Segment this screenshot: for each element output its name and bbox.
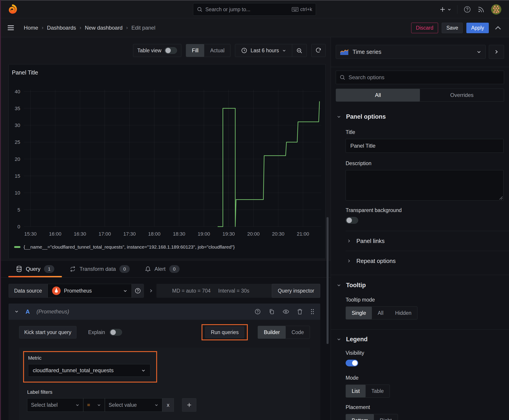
- vertical-scrollbar-thumb[interactable]: [327, 217, 328, 344]
- transform-icon: [69, 266, 76, 272]
- chevron-up-icon[interactable]: [495, 25, 501, 30]
- time-range-picker[interactable]: Last 6 hours: [235, 44, 292, 57]
- section-legend[interactable]: Legend: [331, 336, 509, 343]
- zoom-out-button[interactable]: [292, 44, 307, 57]
- collapse-options-button[interactable]: [489, 45, 504, 59]
- section-panel-links[interactable]: Panel links: [331, 231, 509, 251]
- chevron-down-icon[interactable]: [14, 309, 19, 314]
- svg-text:15:30: 15:30: [24, 231, 37, 237]
- datasource-help-button[interactable]: [132, 284, 144, 298]
- builder-option[interactable]: Builder: [258, 326, 286, 338]
- placement-right-option[interactable]: Right: [374, 414, 398, 420]
- legend-visibility-toggle[interactable]: [346, 360, 358, 366]
- database-icon: [16, 266, 22, 272]
- kick-start-button[interactable]: Kick start your query: [19, 326, 76, 338]
- breadcrumb-new-dashboard[interactable]: New dashboard: [85, 25, 122, 31]
- tooltip-hidden-option[interactable]: Hidden: [389, 307, 418, 319]
- chart-svg[interactable]: 051015202530354015:3016:0016:3017:0017:3…: [9, 84, 326, 241]
- select-value-dropdown[interactable]: Select value: [105, 398, 162, 412]
- news-rss-icon[interactable]: [477, 5, 485, 14]
- chevron-down-icon: [141, 368, 146, 373]
- mode-table-option[interactable]: Table: [365, 385, 390, 397]
- svg-text:15: 15: [15, 173, 20, 179]
- transparent-background-toggle[interactable]: [346, 217, 358, 224]
- tab-all[interactable]: All: [336, 89, 420, 101]
- global-search[interactable]: ctrl+k: [193, 3, 316, 16]
- visualization-picker[interactable]: Time series: [336, 45, 486, 59]
- query-inspector-button[interactable]: Query inspector: [272, 284, 320, 298]
- chevron-down-icon: [477, 49, 481, 54]
- divider: [457, 5, 457, 14]
- fill-option[interactable]: Fill: [186, 44, 204, 57]
- svg-text:35: 35: [15, 106, 20, 111]
- chart-legend[interactable]: {__name__="cloudflared_tunnel_total_requ…: [14, 244, 235, 250]
- fill-actual-switch: Fill Actual: [186, 44, 230, 57]
- section-panel-options[interactable]: Panel options: [331, 113, 509, 120]
- menu-toggle-icon[interactable]: [8, 25, 14, 30]
- panel-title-input[interactable]: [346, 139, 504, 153]
- description-textarea[interactable]: [346, 170, 504, 201]
- save-button[interactable]: Save: [442, 23, 463, 33]
- table-view-control[interactable]: Table view: [133, 44, 181, 57]
- run-queries-button[interactable]: Run queries: [205, 326, 244, 338]
- user-avatar[interactable]: [491, 4, 501, 15]
- help-icon: [134, 287, 141, 294]
- time-range-group: Last 6 hours: [235, 44, 307, 57]
- series-label[interactable]: {__name__="cloudflared_tunnel_total_requ…: [23, 244, 235, 250]
- query-row-header[interactable]: A (Prometheus): [8, 304, 320, 320]
- tooltip-single-option[interactable]: Single: [346, 307, 372, 319]
- breadcrumb-dashboards[interactable]: Dashboards: [47, 25, 76, 31]
- code-option[interactable]: Code: [286, 326, 310, 338]
- operator-dropdown[interactable]: =: [83, 398, 105, 412]
- section-tooltip[interactable]: Tooltip: [331, 282, 509, 289]
- mode-list-option[interactable]: List: [346, 385, 365, 397]
- datasource-picker[interactable]: Prometheus: [48, 284, 132, 298]
- tab-query[interactable]: Query 1: [8, 261, 62, 277]
- panel-title[interactable]: Panel Title: [12, 69, 38, 76]
- explain-label: Explain: [88, 329, 105, 335]
- apply-button[interactable]: Apply: [466, 23, 489, 33]
- section-repeat-options[interactable]: Repeat options: [331, 251, 509, 271]
- section-divider: [331, 329, 509, 330]
- chevron-down-icon: [97, 403, 101, 407]
- options-search[interactable]: [336, 71, 504, 84]
- search-shortcut: ctrl+k: [300, 7, 312, 12]
- query-ref-id[interactable]: A: [26, 308, 30, 315]
- select-label-dropdown[interactable]: Select label: [27, 398, 83, 412]
- chevron-down-icon: [447, 8, 451, 11]
- table-view-label: Table view: [137, 48, 161, 54]
- tab-transform-data[interactable]: Transform data 0: [62, 261, 137, 277]
- svg-text:20:30: 20:30: [272, 231, 284, 237]
- eye-icon[interactable]: [282, 309, 289, 315]
- chevron-down-icon: [337, 115, 341, 119]
- help-icon[interactable]: [463, 5, 471, 14]
- add-filter-button[interactable]: [182, 398, 196, 412]
- remove-filter-button[interactable]: x: [162, 398, 174, 412]
- metric-select[interactable]: cloudflared_tunnel_total_requests: [28, 364, 150, 377]
- breadcrumb-bar: Home › Dashboards › New dashboard › Edit…: [0, 19, 509, 37]
- placement-bottom-option[interactable]: Bottom: [346, 414, 374, 420]
- discard-button[interactable]: Discard: [411, 23, 438, 33]
- refresh-button[interactable]: [311, 44, 326, 57]
- breadcrumb-home[interactable]: Home: [24, 25, 38, 31]
- actual-option[interactable]: Actual: [204, 44, 230, 57]
- tab-overrides[interactable]: Overrides: [420, 89, 504, 101]
- tab-alert[interactable]: Alert 0: [137, 261, 187, 277]
- chevron-right-icon[interactable]: [149, 289, 153, 293]
- explain-toggle[interactable]: [109, 329, 122, 336]
- new-button[interactable]: [439, 6, 451, 13]
- search-icon: [197, 7, 203, 12]
- keyboard-icon: [292, 7, 298, 12]
- chevron-right-icon: [494, 49, 499, 54]
- trash-icon[interactable]: [297, 308, 303, 315]
- resize-grip-icon[interactable]: [499, 196, 502, 199]
- drag-handle-icon[interactable]: [310, 309, 314, 315]
- label-filters-label: Label filters: [27, 389, 310, 395]
- options-search-input[interactable]: [349, 74, 500, 81]
- table-view-toggle[interactable]: [165, 47, 177, 54]
- grafana-logo-icon[interactable]: [8, 4, 18, 15]
- global-search-input[interactable]: [205, 7, 289, 13]
- help-icon[interactable]: [254, 308, 261, 315]
- duplicate-icon[interactable]: [269, 308, 275, 315]
- tooltip-all-option[interactable]: All: [372, 307, 389, 319]
